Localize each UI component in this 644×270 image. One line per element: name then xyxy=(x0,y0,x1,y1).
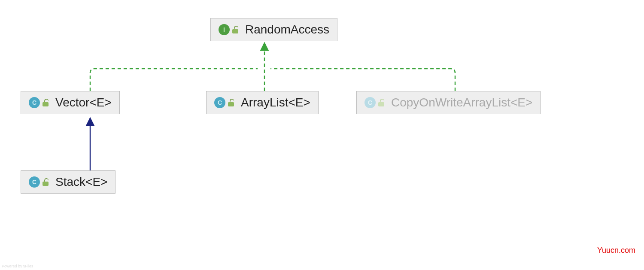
class-badge: C xyxy=(365,97,376,108)
edge-cowal-randomaccess xyxy=(270,69,455,91)
open-lock-icon xyxy=(43,99,49,106)
node-vector: C Vector<E> xyxy=(21,91,120,114)
node-label: Stack<E> xyxy=(55,175,107,189)
open-lock-icon xyxy=(228,99,235,106)
class-badge: C xyxy=(214,97,225,108)
node-stack: C Stack<E> xyxy=(21,170,115,194)
node-label: Vector<E> xyxy=(55,96,112,109)
open-lock-icon xyxy=(378,99,385,106)
edge-vector-randomaccess xyxy=(90,69,258,91)
watermark: Yuucn.com xyxy=(597,246,635,255)
open-lock-icon xyxy=(232,26,239,33)
node-label: RandomAccess xyxy=(245,23,329,36)
node-label: ArrayList<E> xyxy=(241,96,310,109)
class-badge: C xyxy=(29,97,40,108)
node-copy-on-write-arraylist: C CopyOnWriteArrayList<E> xyxy=(356,91,541,114)
node-random-access: I RandomAccess xyxy=(210,18,337,41)
interface-badge: I xyxy=(219,24,230,35)
powered-by-label: Powered by yFiles xyxy=(2,264,33,268)
open-lock-icon xyxy=(43,178,49,186)
node-arraylist: C ArrayList<E> xyxy=(206,91,319,114)
node-label: CopyOnWriteArrayList<E> xyxy=(391,96,532,109)
class-badge: C xyxy=(29,176,40,188)
